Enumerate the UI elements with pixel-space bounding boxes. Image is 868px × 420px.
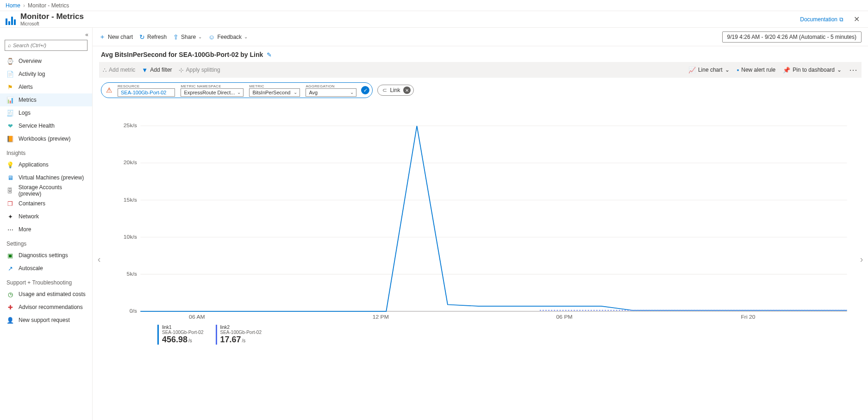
documentation-link[interactable]: Documentation ⧉ [800, 16, 843, 23]
sidebar-item-label: Network [19, 213, 39, 220]
external-link-icon: ⧉ [839, 16, 843, 23]
time-range-picker[interactable]: 9/19 4:26 AM - 9/20 4:26 AM (Automatic -… [722, 31, 862, 43]
svg-text:15k/s: 15k/s [124, 197, 137, 202]
remove-chip-icon[interactable]: ✕ [403, 86, 411, 94]
sidebar-item-label: Containers [19, 200, 45, 207]
metrics-line-chart[interactable]: 0/s5k/s10k/s15k/s20k/s25k/s06 AM12 PM06 … [127, 126, 850, 320]
workbooks-preview--icon: 📙 [6, 135, 14, 142]
add-filter-button[interactable]: ▼ Add filter [142, 67, 172, 74]
sidebar-item-containers[interactable]: ❐Containers [0, 197, 92, 210]
breadcrumb-current: Monitor - Metrics [28, 2, 69, 9]
pin-to-dashboard-button[interactable]: 📌 Pin to dashboard ⌄ [783, 67, 842, 74]
breadcrumb-icon: ⊂ [382, 87, 387, 93]
aggregation-selector[interactable]: Avg⌄ [306, 88, 356, 97]
apply-splitting-button[interactable]: ⊹ Apply splitting [179, 67, 220, 74]
pin-icon: 📌 [783, 67, 790, 74]
svg-text:20k/s: 20k/s [124, 160, 137, 165]
svg-text:0/s: 0/s [130, 309, 137, 314]
page-header: Monitor - Metrics Microsoft Documentatio… [0, 11, 868, 28]
sidebar-heading-settings: Settings [0, 236, 92, 249]
service-health-icon: ❤ [6, 122, 14, 130]
share-button[interactable]: ⇪ Share ⌄ [173, 28, 202, 46]
edit-title-icon[interactable]: ✎ [267, 51, 272, 58]
sidebar-item-label: New support request [19, 317, 70, 323]
logs-icon: 🧾 [6, 109, 14, 117]
svg-text:06 PM: 06 PM [556, 315, 572, 320]
sidebar-item-label: Activity log [19, 71, 45, 77]
share-icon: ⇪ [173, 33, 179, 41]
legend-resource-name: SEA-100Gb-Port-02 [220, 330, 262, 335]
resource-label: RESOURCE [118, 84, 175, 88]
warning-icon: ⚠ [106, 86, 112, 94]
chart-area: 0/s5k/s10k/s15k/s20k/s25k/s06 AM12 PM06 … [106, 98, 855, 420]
sidebar-item-virtual-machines-preview-[interactable]: 🖥Virtual Machines (preview) [0, 171, 92, 184]
new-support-request-icon: 👤 [6, 316, 14, 324]
sidebar-item-label: Advisor recommendations [19, 304, 83, 310]
sidebar-item-workbooks-preview-[interactable]: 📙Workbooks (preview) [0, 132, 92, 145]
metric-picker: ⚠ RESOURCE SEA-100Gb-Port-02 METRIC NAME… [101, 82, 373, 98]
legend-value: 456.98/s [162, 335, 204, 345]
namespace-selector[interactable]: ExpressRoute Direct...⌄ [181, 88, 244, 97]
sidebar: « ⌕ ⌚Overview📄Activity log⚑Alerts📊Metric… [0, 28, 93, 420]
svg-text:10k/s: 10k/s [124, 235, 137, 240]
legend-resource-name: SEA-100Gb-Port-02 [162, 330, 204, 335]
sidebar-item-service-health[interactable]: ❤Service Health [0, 119, 92, 132]
chevron-down-icon: ⌄ [244, 34, 248, 39]
legend-series-name: link1 [162, 325, 204, 330]
sidebar-item-activity-log[interactable]: 📄Activity log [0, 68, 92, 80]
sidebar-item-autoscale[interactable]: ↗Autoscale [0, 262, 92, 275]
plus-icon: ＋ [99, 33, 106, 41]
resource-selector[interactable]: SEA-100Gb-Port-02 [118, 88, 175, 97]
sidebar-item-label: Service Health [19, 123, 55, 129]
chart-scroll-left[interactable]: ‹ [93, 98, 106, 420]
collapse-sidebar-button[interactable]: « [0, 31, 92, 40]
sidebar-item-usage-and-estimated-costs[interactable]: ◷Usage and estimated costs [0, 288, 92, 301]
new-alert-button[interactable]: ▪ New alert rule [737, 67, 776, 74]
metric-selector[interactable]: BitsInPerSecond⌄ [249, 88, 300, 97]
sidebar-item-diagnostics-settings[interactable]: ▣Diagnostics settings [0, 249, 92, 262]
metrics-icon: 📊 [6, 96, 14, 104]
command-bar: ＋ New chart ↻ Refresh ⇪ Share ⌄ ☺ Feedba… [93, 28, 868, 46]
sidebar-item-label: Overview [19, 58, 42, 64]
sidebar-item-storage-accounts-preview-[interactable]: 🗄Storage Accounts (preview) [0, 184, 92, 197]
scatter-icon: ∴ [103, 67, 106, 74]
more-icon: ⋯ [6, 226, 14, 233]
legend-card-link1[interactable]: link1 SEA-100Gb-Port-02 456.98/s [157, 325, 204, 345]
close-icon[interactable]: ✕ [851, 15, 862, 24]
sidebar-item-network[interactable]: ✦Network [0, 210, 92, 223]
sidebar-item-overview[interactable]: ⌚Overview [0, 55, 92, 68]
breadcrumb: Home › Monitor - Metrics [0, 0, 868, 11]
add-metric-button[interactable]: ∴ Add metric [103, 67, 135, 74]
sidebar-item-new-support-request[interactable]: 👤New support request [0, 314, 92, 327]
chevron-down-icon: ⌄ [837, 67, 842, 73]
diagnostics-settings-icon: ▣ [6, 252, 14, 259]
overview-icon: ⌚ [6, 57, 14, 65]
chevron-right-icon: › [23, 2, 25, 9]
splitting-icon: ⊹ [179, 67, 184, 74]
breadcrumb-home[interactable]: Home [6, 2, 20, 9]
chart-scroll-right[interactable]: › [855, 98, 868, 420]
chart-type-dropdown[interactable]: 📈 Line chart ⌄ [688, 67, 730, 74]
split-chip-link[interactable]: ⊂ Link ✕ [377, 85, 413, 96]
alert-icon: ▪ [737, 67, 739, 74]
sidebar-item-more[interactable]: ⋯More [0, 223, 92, 236]
page-subtitle: Microsoft [20, 21, 84, 26]
sidebar-item-label: Storage Accounts (preview) [19, 184, 86, 197]
new-chart-button[interactable]: ＋ New chart [99, 28, 133, 46]
sidebar-item-metrics[interactable]: 📊Metrics [0, 93, 92, 106]
legend-card-link2[interactable]: link2 SEA-100Gb-Port-02 17.67/s [216, 325, 262, 345]
sidebar-item-advisor-recommendations[interactable]: ✚Advisor recommendations [0, 301, 92, 314]
chevron-down-icon: ⌄ [198, 34, 202, 39]
sidebar-item-applications[interactable]: 💡Applications [0, 158, 92, 171]
refresh-icon: ↻ [139, 33, 145, 41]
search-input[interactable] [13, 43, 84, 48]
sidebar-item-logs[interactable]: 🧾Logs [0, 106, 92, 119]
more-button[interactable]: ⋯ [849, 65, 858, 75]
sidebar-search[interactable]: ⌕ [5, 40, 87, 51]
sidebar-item-alerts[interactable]: ⚑Alerts [0, 80, 92, 93]
confirm-icon[interactable]: ✓ [361, 86, 369, 94]
feedback-button[interactable]: ☺ Feedback ⌄ [208, 28, 248, 46]
svg-text:12 PM: 12 PM [373, 315, 389, 320]
line-chart-icon: 📈 [688, 67, 696, 74]
refresh-button[interactable]: ↻ Refresh [139, 28, 167, 46]
